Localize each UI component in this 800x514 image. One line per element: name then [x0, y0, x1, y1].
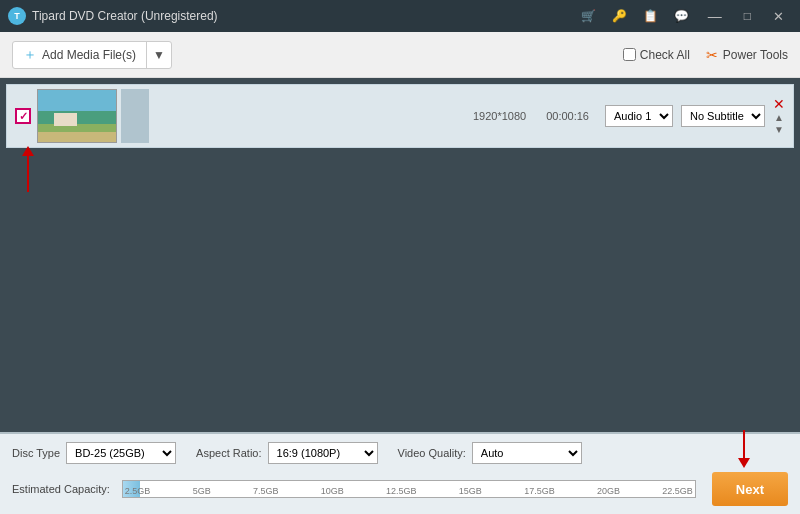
toolbar-right: Check All ✂ Power Tools [623, 47, 788, 63]
title-bar: T Tipard DVD Creator (Unregistered) 🛒 🔑 … [0, 0, 800, 32]
video-quality-group: Video Quality: Auto High Medium Low [398, 442, 582, 464]
tick-12.5gb: 12.5GB [386, 486, 417, 496]
next-button[interactable]: Next [712, 472, 788, 506]
power-tools-button[interactable]: ✂ Power Tools [706, 47, 788, 63]
chat-icon[interactable]: 💬 [669, 7, 694, 25]
checkbox-check: ✓ [19, 110, 28, 123]
tick-20gb: 20GB [597, 486, 620, 496]
tick-5gb: 5GB [193, 486, 211, 496]
tick-7.5gb: 7.5GB [253, 486, 279, 496]
window-title: Tipard DVD Creator (Unregistered) [32, 9, 576, 23]
media-audio-select[interactable]: Audio 1 [605, 105, 673, 127]
tick-17.5gb: 17.5GB [524, 486, 555, 496]
bottom-panel: Disc Type BD-25 (25GB) DVD-5 (4.7GB) DVD… [0, 432, 800, 514]
media-preview-placeholder [121, 89, 149, 143]
tick-22.5gb: 22.5GB [662, 486, 693, 496]
aspect-ratio-label: Aspect Ratio: [196, 447, 261, 459]
media-checkbox[interactable]: ✓ [15, 108, 31, 124]
bottom-row1: Disc Type BD-25 (25GB) DVD-5 (4.7GB) DVD… [12, 442, 788, 464]
cart-icon[interactable]: 🛒 [576, 7, 601, 25]
media-delete-button[interactable]: ✕ [773, 97, 785, 111]
thumbnail-image [38, 90, 116, 142]
media-controls-right: ✕ ▲ ▼ [773, 97, 785, 135]
media-subtitle-select[interactable]: No Subtitle [681, 105, 765, 127]
minimize-button[interactable]: — [700, 6, 730, 26]
add-media-button[interactable]: ＋ Add Media File(s) ▼ [12, 41, 172, 69]
key-icon[interactable]: 🔑 [607, 7, 632, 25]
media-resolution: 1920*1080 [473, 110, 526, 122]
capacity-bar: 2.5GB 5GB 7.5GB 10GB 12.5GB 15GB 17.5GB … [122, 480, 696, 498]
annotation-arrow [22, 146, 34, 192]
check-all-checkbox[interactable] [623, 48, 636, 61]
bottom-row2: Estimated Capacity: 2.5GB 5GB 7.5GB 10GB… [12, 472, 788, 506]
clipboard-icon[interactable]: 📋 [638, 7, 663, 25]
add-media-dropdown-arrow[interactable]: ▼ [147, 42, 171, 68]
media-list: ✓ 1920*1080 00:00:16 Audio 1 No Subtitle… [0, 78, 800, 154]
add-media-label: Add Media File(s) [42, 48, 136, 62]
video-quality-select[interactable]: Auto High Medium Low [472, 442, 582, 464]
app-logo: T [8, 7, 26, 25]
next-button-container: Next [704, 472, 788, 506]
disc-type-select[interactable]: BD-25 (25GB) DVD-5 (4.7GB) DVD-9 (8.5GB) [66, 442, 176, 464]
thumbnail-building [54, 113, 77, 126]
tick-2.5gb: 2.5GB [125, 486, 151, 496]
plus-icon: ＋ [23, 46, 37, 64]
disc-type-group: Disc Type BD-25 (25GB) DVD-5 (4.7GB) DVD… [12, 442, 176, 464]
estimated-capacity-label: Estimated Capacity: [12, 483, 110, 495]
maximize-button[interactable]: □ [736, 7, 759, 25]
media-item: ✓ 1920*1080 00:00:16 Audio 1 No Subtitle… [6, 84, 794, 148]
arrow-line [27, 156, 29, 192]
tick-10gb: 10GB [321, 486, 344, 496]
check-all-label[interactable]: Check All [623, 48, 690, 62]
aspect-ratio-select[interactable]: 16:9 (1080P) 4:3 16:9 (720P) [268, 442, 378, 464]
media-sort-down-button[interactable]: ▼ [774, 125, 784, 135]
media-sort-up-button[interactable]: ▲ [774, 113, 784, 123]
aspect-ratio-group: Aspect Ratio: 16:9 (1080P) 4:3 16:9 (720… [196, 442, 377, 464]
add-media-main[interactable]: ＋ Add Media File(s) [13, 42, 147, 68]
title-bar-controls: 🛒 🔑 📋 💬 — □ ✕ [576, 6, 792, 26]
disc-type-label: Disc Type [12, 447, 60, 459]
close-button[interactable]: ✕ [765, 7, 792, 26]
capacity-tick-labels: 2.5GB 5GB 7.5GB 10GB 12.5GB 15GB 17.5GB … [123, 486, 695, 496]
content-area: ✓ 1920*1080 00:00:16 Audio 1 No Subtitle… [0, 78, 800, 432]
tick-15gb: 15GB [459, 486, 482, 496]
media-thumbnail [37, 89, 117, 143]
video-quality-label: Video Quality: [398, 447, 466, 459]
power-tools-icon: ✂ [706, 47, 718, 63]
power-tools-label: Power Tools [723, 48, 788, 62]
toolbar: ＋ Add Media File(s) ▼ Check All ✂ Power … [0, 32, 800, 78]
media-duration: 00:00:16 [546, 110, 589, 122]
